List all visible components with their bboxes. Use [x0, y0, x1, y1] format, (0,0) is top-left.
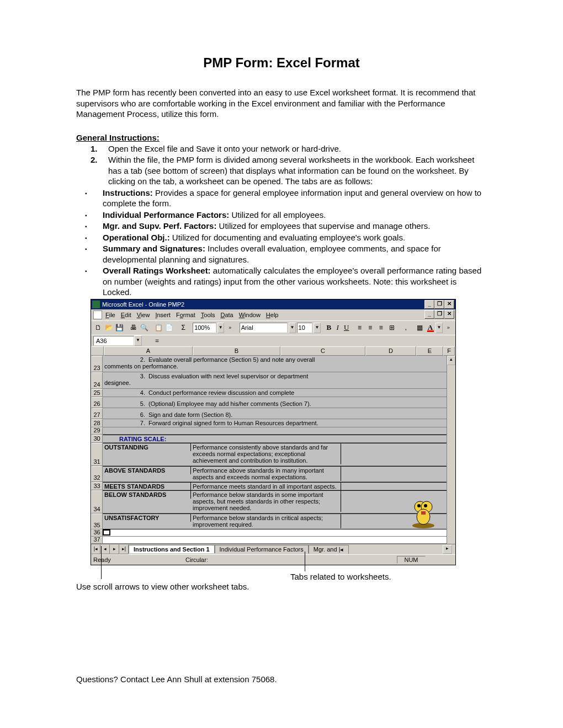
paste-icon[interactable]: 📄 [164, 322, 174, 333]
print-preview-icon[interactable]: 🔍 [140, 322, 149, 333]
rating-above-desc: Performance above standards in many impo… [191, 467, 341, 481]
new-icon[interactable]: 🗋 [93, 322, 103, 333]
status-numlock: NUM [397, 556, 426, 564]
maximize-button[interactable]: ❐ [434, 300, 444, 309]
autosum-icon[interactable]: Σ [178, 322, 188, 333]
sheet-tab-mgr[interactable]: Mgr. and |◂ [309, 545, 349, 554]
sheet-tab-bar: |◂ ◂ ▸ ▸| Instructions and Section 1 Ind… [91, 544, 455, 554]
format-toolbar-more-icon[interactable]: » [444, 322, 453, 333]
font-color-button[interactable]: A [426, 323, 435, 332]
font-size-box[interactable]: 10 [297, 323, 313, 333]
doc-maximize-button[interactable]: ❐ [434, 310, 444, 319]
col-header-d[interactable]: D [365, 346, 416, 356]
col-header-b[interactable]: B [193, 346, 280, 356]
row-header-28[interactable]: 28 [91, 419, 103, 427]
doc-close-button[interactable]: ✕ [444, 310, 454, 319]
footer-contact: Questions? Contact Lee Ann Shull at exte… [76, 675, 277, 684]
menu-insert[interactable]: Insert [155, 312, 171, 318]
row-header-23[interactable]: 23 [91, 356, 103, 372]
font-color-dropdown-icon[interactable]: ▼ [435, 323, 442, 333]
bullet-operational-obj: ▪Operational Obj.: Utilized for document… [76, 232, 487, 243]
row-header-33[interactable]: 33 [91, 482, 103, 490]
row-header-27[interactable]: 27 [91, 408, 103, 419]
menu-edit[interactable]: Edit [121, 312, 131, 318]
menu-file[interactable]: File [105, 312, 115, 318]
tab-nav-next-icon[interactable]: ▸ [110, 544, 119, 554]
row-header-37[interactable]: 37 [91, 537, 103, 544]
office-assistant-icon[interactable] [410, 496, 437, 529]
rating-outstanding-label: OUTSTANDING [104, 444, 148, 451]
comma-style-icon[interactable]: , [401, 322, 411, 333]
col-header-e[interactable]: E [416, 346, 443, 356]
cell-26-num: 5. [103, 400, 147, 408]
row-header-26[interactable]: 26 [91, 397, 103, 408]
tab-nav-prev-icon[interactable]: ◂ [100, 544, 110, 554]
instruction-1: 1.Open the Excel file and Save it onto y… [76, 143, 487, 154]
row-header-32[interactable]: 32 [91, 466, 103, 482]
menu-bar: File Edit View Insert Format Tools Data … [91, 309, 455, 320]
formula-bar: A36 ▼ = [91, 335, 455, 346]
align-left-icon[interactable]: ≡ [355, 322, 364, 333]
row-header-35[interactable]: 35 [91, 513, 103, 529]
close-button[interactable]: ✕ [444, 300, 454, 309]
row-header-31[interactable]: 31 [91, 443, 103, 466]
row-header-34[interactable]: 34 [91, 490, 103, 513]
row-header-29[interactable]: 29 [91, 427, 103, 435]
tab-nav-last-icon[interactable]: ▸| [119, 544, 129, 554]
italic-button[interactable]: I [334, 323, 342, 332]
underline-button[interactable]: U [343, 323, 350, 332]
zoom-box[interactable]: 100% [193, 323, 216, 333]
instruction-2: 2.Within the file, the PMP form is divid… [76, 154, 487, 187]
merge-center-icon[interactable]: ⊞ [387, 322, 396, 333]
tab-nav-first-icon[interactable]: |◂ [91, 544, 100, 554]
namebox-dropdown-icon[interactable]: ▼ [134, 335, 142, 346]
column-headers: A B C D E F [91, 346, 455, 356]
align-center-icon[interactable]: ≡ [365, 322, 375, 333]
row-header-24[interactable]: 24 [91, 372, 103, 389]
bullet-summary-signatures: ▪Summary and Signatures: Includes overal… [76, 243, 487, 265]
open-icon[interactable]: 📂 [104, 322, 113, 333]
horizontal-scrollbar[interactable]: ▸ [349, 545, 456, 554]
menu-tools[interactable]: Tools [201, 312, 215, 318]
excel-app-icon [92, 301, 100, 308]
col-header-c[interactable]: C [280, 346, 365, 356]
vertical-scrollbar[interactable]: ▴ [447, 356, 455, 544]
doc-minimize-button[interactable]: _ [424, 310, 434, 319]
menu-view[interactable]: View [137, 312, 150, 318]
row-header-25[interactable]: 25 [91, 389, 103, 397]
sheet-tab-instructions[interactable]: Instructions and Section 1 [129, 545, 215, 553]
sheet-tab-individual-performance[interactable]: Individual Performance Factors [215, 545, 309, 553]
status-ready: Ready [93, 556, 185, 563]
rating-below-desc: Performance below standards in some impo… [191, 491, 341, 512]
menu-data[interactable]: Data [220, 312, 233, 318]
bullet-instructions: ▪Instructions: Provides a space for gene… [76, 188, 487, 209]
select-all-corner[interactable] [91, 346, 104, 356]
print-icon[interactable]: 🖶 [129, 322, 138, 333]
menu-help[interactable]: Help [266, 312, 279, 318]
col-header-f[interactable]: F [443, 346, 455, 356]
cell-area[interactable]: 2.Evaluate overall performance (Section … [103, 356, 447, 544]
name-box[interactable]: A36 [93, 336, 134, 346]
toolbar-more-icon[interactable]: » [225, 322, 235, 333]
align-right-icon[interactable]: ≡ [376, 322, 386, 333]
menu-window[interactable]: Window [239, 312, 261, 318]
zoom-dropdown-icon[interactable]: ▼ [217, 323, 224, 333]
rating-meets-label: MEETS STANDARDS [104, 483, 164, 490]
font-name-box[interactable]: Arial [240, 323, 288, 333]
menu-format[interactable]: Format [176, 312, 195, 318]
rating-meets-desc: Performance meets standard in all import… [191, 483, 341, 490]
copy-icon[interactable]: 📋 [153, 322, 163, 333]
cell-26-text: (Optional) Employee may add his/her comm… [147, 400, 447, 408]
borders-icon[interactable]: ▦ [415, 322, 424, 333]
svg-point-4 [424, 504, 427, 507]
callout-tabs-text: Tabs related to worksheets. [290, 572, 391, 581]
font-dropdown-icon[interactable]: ▼ [289, 323, 295, 333]
minimize-button[interactable]: _ [424, 300, 434, 309]
bullet-overall-ratings: ▪Overall Ratings Worksheet: automaticall… [76, 265, 487, 298]
bold-button[interactable]: B [325, 323, 333, 332]
status-bar: Ready Circular: NUM [91, 554, 455, 565]
save-icon[interactable]: 💾 [115, 322, 124, 333]
col-header-a[interactable]: A [104, 346, 193, 356]
row-header-30[interactable]: 30 [91, 435, 103, 443]
fontsize-dropdown-icon[interactable]: ▼ [314, 323, 320, 333]
